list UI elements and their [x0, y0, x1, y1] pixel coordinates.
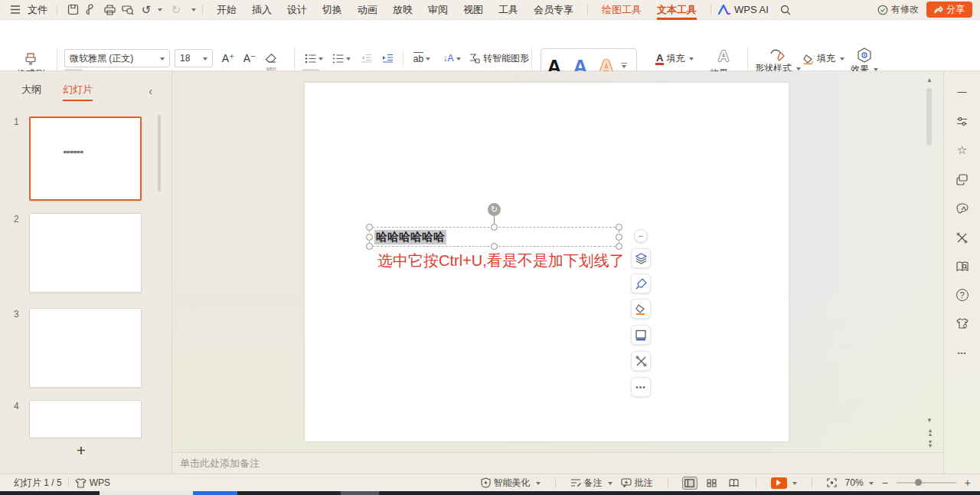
resize-handle-w[interactable] — [366, 234, 373, 241]
help-icon[interactable]: ? — [956, 289, 969, 301]
tab-insert[interactable]: 插入 — [244, 0, 279, 20]
notes-area[interactable]: 单击此处添加备注 — [172, 452, 943, 474]
hamburger-icon[interactable] — [6, 2, 24, 18]
tab-animation[interactable]: 动画 — [350, 0, 385, 20]
zoom-out-button[interactable]: − — [882, 477, 888, 489]
share-button[interactable]: 分享 — [926, 2, 972, 18]
modified-status[interactable]: 有修改 — [877, 3, 919, 16]
decrease-font-button[interactable]: A⁻ — [240, 49, 259, 67]
slide-thumbnail-2[interactable] — [29, 213, 142, 293]
vertical-text-button[interactable]: ↓A — [438, 49, 466, 67]
smart-beautify-button[interactable]: 智能美化 — [481, 477, 541, 490]
shapes-library-icon[interactable] — [956, 172, 969, 186]
normal-view-button[interactable] — [683, 477, 697, 489]
slide-sorter-view-button[interactable] — [705, 477, 719, 489]
tab-outline[interactable]: 大纲 — [21, 83, 41, 100]
numbered-list-button[interactable] — [329, 49, 354, 67]
slide-thumbnail-4[interactable] — [29, 400, 142, 438]
comments-button[interactable]: 批注 — [621, 477, 653, 490]
play-slideshow-button[interactable] — [771, 477, 797, 489]
resize-handle-ne[interactable] — [616, 224, 622, 231]
object-settings-button[interactable] — [631, 351, 651, 371]
resize-handle-se[interactable] — [616, 243, 622, 250]
search-icon[interactable] — [776, 2, 795, 18]
shape-fill-button[interactable]: 填充 — [802, 52, 844, 65]
tab-tools[interactable]: 工具 — [491, 0, 526, 20]
slide-thumbnail-1[interactable]: 哈哈哈哈哈哈 — [29, 116, 142, 201]
selected-textbox[interactable]: 哈哈哈哈哈哈 — [369, 227, 619, 247]
smart-tools-icon[interactable] — [956, 231, 969, 244]
save-icon[interactable] — [64, 2, 82, 18]
canvas-scrollbar[interactable] — [926, 88, 932, 146]
increase-font-button[interactable]: A⁺ — [219, 49, 237, 67]
tab-review[interactable]: 审阅 — [420, 0, 456, 20]
next-slide-icon[interactable]: ▼▼ — [926, 440, 935, 447]
tab-slides[interactable]: 幻灯片 — [63, 83, 93, 100]
print-preview-icon[interactable] — [119, 2, 137, 18]
tab-text-tools[interactable]: 文本工具 — [649, 0, 704, 20]
annotation-text[interactable]: 选中它按Ctrl+U,看是不是加下划线了 — [377, 251, 625, 271]
skin-settings-icon[interactable] — [956, 316, 969, 330]
file-menu[interactable]: 文件 — [24, 3, 51, 17]
sidebar-scrollbar[interactable] — [158, 115, 161, 192]
bullet-list-button[interactable] — [302, 49, 326, 67]
tab-membership[interactable]: 会员专享 — [526, 0, 581, 20]
text-fill-button[interactable]: A 填充 — [655, 52, 694, 65]
textbox-text[interactable]: 哈哈哈哈哈哈 — [374, 230, 446, 244]
tab-view[interactable]: 视图 — [456, 0, 491, 20]
resize-handle-e[interactable] — [616, 234, 622, 241]
tab-home[interactable]: 开始 — [209, 0, 244, 20]
design-tool-icon[interactable] — [956, 202, 969, 215]
tab-slideshow[interactable]: 放映 — [385, 0, 420, 20]
rotate-handle[interactable]: ↻ — [488, 203, 501, 216]
add-slide-button[interactable]: + — [70, 441, 92, 460]
resize-handle-sw[interactable] — [366, 243, 373, 250]
wps-ai-label[interactable]: WPS AI — [731, 4, 772, 15]
scroll-down-icon[interactable]: ▼ — [926, 418, 933, 424]
properties-icon[interactable] — [956, 114, 969, 128]
editing-canvas[interactable]: ↻ 哈哈哈哈哈哈 选中它按Ctrl+U,看是不是加下划线了 − — [172, 71, 943, 452]
tab-drawing-tools[interactable]: 绘图工具 — [594, 0, 649, 20]
resize-handle-s[interactable] — [491, 243, 498, 250]
wps-skin-button[interactable]: WPS — [75, 477, 110, 488]
text-direction-button[interactable]: ab — [409, 49, 435, 67]
clear-format-button[interactable] — [262, 49, 280, 67]
gallery-more-icon[interactable] — [622, 65, 626, 70]
tab-design[interactable]: 设计 — [279, 0, 315, 20]
convert-smartart-button[interactable]: 转智能图形 — [469, 49, 545, 67]
style-brush-button[interactable] — [631, 274, 651, 293]
more-tools-icon[interactable]: ••• — [956, 346, 969, 359]
quickbar-chevron-icon[interactable] — [191, 8, 196, 14]
export-icon[interactable] — [82, 2, 100, 18]
fit-slide-button[interactable] — [827, 478, 837, 487]
undo-chevron-icon[interactable] — [158, 8, 162, 14]
undo-icon[interactable]: ↺ — [137, 2, 155, 18]
slide-number: 2 — [14, 214, 19, 225]
zoom-in-button[interactable]: + — [965, 477, 971, 489]
layer-order-button[interactable] — [631, 248, 651, 268]
collapse-rail-icon[interactable]: — — [956, 85, 969, 99]
zoom-slider[interactable] — [897, 482, 956, 484]
notes-button[interactable]: 备注 — [570, 477, 612, 490]
outline-color-button[interactable] — [631, 325, 651, 345]
more-options-button[interactable]: ••• — [631, 377, 651, 397]
tab-transition[interactable]: 切换 — [315, 0, 350, 20]
font-name-select[interactable]: 微软雅黑 (正文) — [64, 49, 170, 67]
fill-color-button[interactable] — [631, 299, 651, 319]
collapse-panel-icon[interactable]: ‹ — [149, 85, 152, 97]
favorites-icon[interactable]: ☆ — [956, 143, 969, 157]
notes-icon — [570, 478, 581, 487]
increase-indent-button[interactable] — [378, 49, 397, 67]
resize-handle-nw[interactable] — [366, 224, 373, 231]
reference-search-icon[interactable] — [956, 260, 969, 274]
scroll-up-icon[interactable]: ▲ — [926, 77, 933, 84]
collapse-float-toolbar-button[interactable]: − — [634, 229, 648, 243]
zoom-slider-knob[interactable] — [915, 479, 922, 486]
resize-handle-n[interactable] — [491, 224, 498, 231]
previous-slide-icon[interactable]: ▲▲ — [926, 428, 935, 436]
slide-thumbnail-3[interactable] — [29, 308, 142, 388]
reading-view-button[interactable] — [727, 477, 741, 489]
zoom-level-button[interactable]: 70% — [845, 477, 874, 488]
print-icon[interactable] — [100, 2, 119, 18]
font-size-select[interactable]: 18 — [175, 49, 213, 67]
